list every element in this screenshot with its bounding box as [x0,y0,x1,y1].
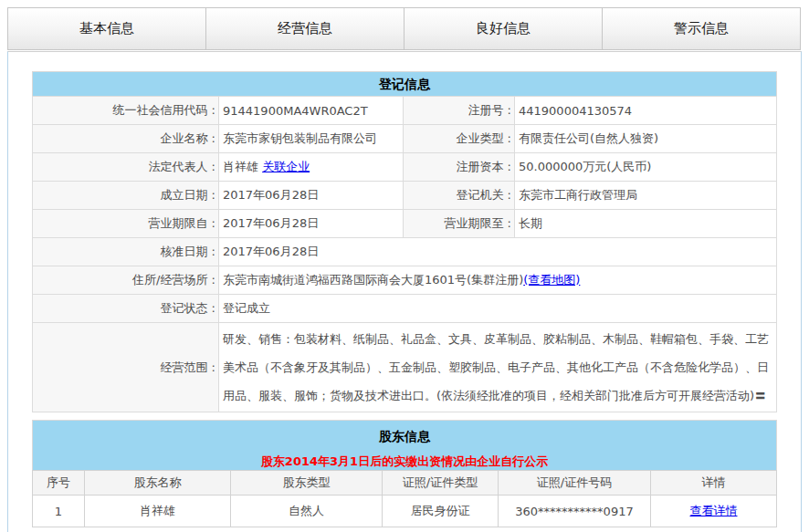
tab-basic-info[interactable]: 基本信息 [8,8,206,49]
tab-business-info[interactable]: 经营信息 [206,8,404,49]
term-to-value: 长期 [515,210,777,238]
table-row: 登记状态 : 登记成立 [33,295,777,323]
legal-rep-cell: 肖祥雄 关联企业 [219,153,404,182]
scope-value: 研发、销售：包装材料、纸制品、礼品盒、文具、皮革制品、胶粘制品、木制品、鞋帽箱包… [219,323,777,412]
term-from-label: 营业期限自 : [33,210,219,238]
authority-value: 东莞市工商行政管理局 [515,182,777,210]
col-header-name: 股东名称 [85,471,231,495]
shareholder-section-header: 股东信息 股东2014年3月1日后的实缴出资情况由企业自行公示 [32,420,777,470]
company-name-label: 企业名称 : [33,125,219,153]
address-value: 东莞市南城街道鸿福西路国际商会大厦1601号(集群注册) [223,273,523,287]
table-row: 成立日期 : 2017年06月28日 登记机关 : 东莞市工商行政管理局 [33,182,777,210]
col-header-id-type: 证照/证件类型 [383,471,499,495]
establish-date-value: 2017年06月28日 [219,182,404,210]
shareholder-type: 自然人 [231,495,383,527]
col-header-detail: 详情 [651,471,777,495]
status-value: 登记成立 [219,295,777,323]
col-header-type: 股东类型 [231,471,383,495]
view-detail-link[interactable]: 查看详情 [690,504,738,517]
col-header-id-no: 证照/证件号码 [499,471,651,495]
table-row: 核准日期 : 2017年06月28日 [33,238,777,266]
related-company-link[interactable]: 关联企业 [262,160,310,173]
shareholder-table: 序号 股东名称 股东类型 证照/证件类型 证照/证件号码 详情 1 肖祥雄 自然… [32,470,777,527]
credit-code-label: 统一社会信用代码 : [33,97,219,125]
term-to-label: 营业期限至 : [404,210,515,238]
approval-date-value: 2017年06月28日 [219,238,777,266]
registration-table: 统一社会信用代码 : 91441900MA4WR0AC2T 注册号 : 4419… [32,96,777,412]
address-label: 住所/经营场所 : [33,266,219,295]
authority-label: 登记机关 : [404,182,515,210]
registration-section-title: 登记信息 [32,71,777,96]
term-from-value: 2017年06月28日 [219,210,404,238]
view-map-link[interactable]: (查看地图) [523,273,580,287]
establish-date-label: 成立日期 : [33,182,219,210]
legal-rep-label: 法定代表人 : [33,153,219,182]
shareholder-detail-cell: 查看详情 [651,495,777,527]
table-row: 经营范围 : 研发、销售：包装材料、纸制品、礼品盒、文具、皮革制品、胶粘制品、木… [33,323,777,412]
capital-label: 注册资本 : [404,153,515,182]
shareholder-section: 股东信息 股东2014年3月1日后的实缴出资情况由企业自行公示 序号 股东名称 … [32,420,777,527]
tab-warning-info[interactable]: 警示信息 [603,8,800,49]
shareholder-id-no: 360***********0917 [499,495,651,527]
company-type-label: 企业类型 : [404,125,515,153]
reg-no-value: 441900004130574 [515,97,777,125]
shareholder-no: 1 [33,495,85,527]
table-row: 住所/经营场所 : 东莞市南城街道鸿福西路国际商会大厦1601号(集群注册)(查… [33,266,777,295]
shareholder-id-type: 居民身份证 [383,495,499,527]
table-row: 企业名称 : 东莞市家钥包装制品有限公司 企业类型 : 有限责任公司(自然人独资… [33,125,777,153]
shareholder-section-title: 股东信息 [33,429,776,445]
table-row: 统一社会信用代码 : 91441900MA4WR0AC2T 注册号 : 4419… [33,97,777,125]
approval-date-label: 核准日期 : [33,238,219,266]
company-type-value: 有限责任公司(自然人独资) [515,125,777,153]
shareholder-header-row: 序号 股东名称 股东类型 证照/证件类型 证照/证件号码 详情 [33,471,777,495]
scope-label: 经营范围 : [33,323,219,412]
table-row: 营业期限自 : 2017年06月28日 营业期限至 : 长期 [33,210,777,238]
table-row: 1 肖祥雄 自然人 居民身份证 360***********0917 查看详情 [33,495,777,527]
reg-no-label: 注册号 : [404,97,515,125]
address-cell: 东莞市南城街道鸿福西路国际商会大厦1601号(集群注册)(查看地图) [219,266,777,295]
capital-value: 50.000000万元(人民币) [515,153,777,182]
credit-code-value: 91441900MA4WR0AC2T [219,97,404,125]
content-panel: 登记信息 统一社会信用代码 : 91441900MA4WR0AC2T 注册号 :… [7,51,802,532]
company-name-value: 东莞市家钥包装制品有限公司 [219,125,404,153]
status-label: 登记状态 : [33,295,219,323]
col-header-no: 序号 [33,471,85,495]
table-row: 法定代表人 : 肖祥雄 关联企业 注册资本 : 50.000000万元(人民币) [33,153,777,182]
legal-rep-value: 肖祥雄 [223,160,258,173]
shareholder-name: 肖祥雄 [85,495,231,527]
shareholder-notice: 股东2014年3月1日后的实缴出资情况由企业自行公示 [33,454,776,470]
tab-good-info[interactable]: 良好信息 [404,8,603,49]
tab-bar: 基本信息 经营信息 良好信息 警示信息 [7,7,801,50]
